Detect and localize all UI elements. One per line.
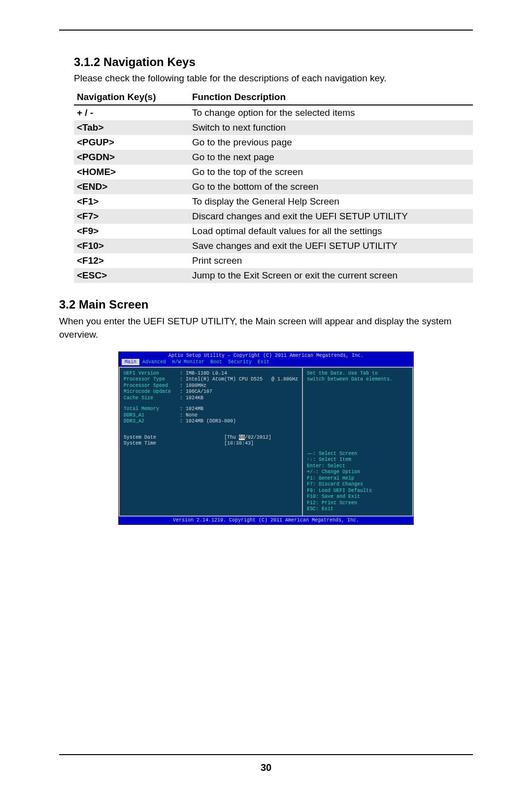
table-row: <PGDN>Go to the next page xyxy=(74,150,473,165)
table-row: <END>Go to the bottom of the screen xyxy=(74,179,473,194)
bios-menu-bar: MainAdvancedH/W MonitorBootSecurityExit xyxy=(119,359,413,367)
bios-help-key-line: F12: Print Screen xyxy=(307,500,408,507)
bios-menu-item: Exit xyxy=(255,359,272,365)
table-row: <F1>To display the General Help Screen xyxy=(74,194,473,209)
bios-menu-item: H/W Monitor xyxy=(169,359,207,365)
navkey-desc-cell: Go to the top of the screen xyxy=(189,165,473,179)
navkey-cell: <F7> xyxy=(74,209,189,224)
navkey-cell: <ESC> xyxy=(74,268,189,283)
bios-help-top: Set the Date. Use Tab toswitch between D… xyxy=(307,371,408,383)
navkey-desc-cell: Discard changes and exit the UEFI SETUP … xyxy=(189,209,473,224)
navkey-cell: + / - xyxy=(74,105,189,120)
bios-menu-item: Main xyxy=(122,359,139,365)
navkey-desc-cell: To display the General Help Screen xyxy=(189,194,473,209)
bios-menu-item: Security xyxy=(225,359,255,365)
bios-left-pane: UEFI Version : IMB-110D L0.14Processor T… xyxy=(120,368,303,516)
navkey-desc-cell: Jump to the Exit Screen or exit the curr… xyxy=(189,268,473,283)
bios-help-key-line: ESC: Exit xyxy=(307,506,408,513)
table-row: <F10>Save changes and exit the UEFI SETU… xyxy=(74,239,473,253)
bios-help-line: switch between Data elements. xyxy=(307,377,408,383)
bios-system-time-row: System Time [18:38:43] xyxy=(124,441,298,447)
bios-screenshot: Aptio Setup Utility – Copyright (C) 2011… xyxy=(118,351,414,525)
bios-help-key-line: F7: Discard Changes xyxy=(307,482,408,488)
navkey-desc-cell: Go to the next page xyxy=(189,150,473,165)
bios-version: Version 2.14.1219. Copyright (C) 2011 Am… xyxy=(119,517,413,525)
navkey-cell: <PGDN> xyxy=(74,150,189,165)
bios-info-row: DDR3_A1 : None xyxy=(124,413,298,419)
bios-help-key-line: F10: Save and Exit xyxy=(307,494,408,500)
navkey-cell: <F9> xyxy=(74,224,189,239)
navkey-desc-cell: Print screen xyxy=(189,253,473,268)
navkey-cell: <END> xyxy=(74,179,189,194)
table-row: + / -To change option for the selected i… xyxy=(74,105,473,120)
navkey-cell: <F12> xyxy=(74,253,189,268)
navkey-cell: <F10> xyxy=(74,239,189,253)
bios-title: Aptio Setup Utility – Copyright (C) 2011… xyxy=(119,352,413,360)
heading-3-1-2: 3.1.2 Navigation Keys xyxy=(74,55,473,69)
bios-help-key-line: ↑↓: Select Item xyxy=(307,457,408,463)
bios-right-pane: Set the Date. Use Tab toswitch between D… xyxy=(303,368,412,516)
bios-help-key-line: →←: Select Screen xyxy=(307,451,408,457)
bios-system-date-row: System Date [Thu 08/02/2012] xyxy=(124,435,298,441)
bios-help-key-line: F9: Load UEFI Defaults xyxy=(307,488,408,494)
navkeys-header-desc: Function Description xyxy=(189,90,473,105)
table-row: <PGUP>Go to the previous page xyxy=(74,135,473,150)
document-body: 3.1.2 Navigation Keys Please check the f… xyxy=(59,31,473,535)
heading-3-2: 3.2 Main Screen xyxy=(59,298,473,312)
navkey-cell: <HOME> xyxy=(74,165,189,179)
table-row: <F9>Load optimal default values for all … xyxy=(74,224,473,239)
navigation-keys-table: Navigation Key(s) Function Description +… xyxy=(74,90,473,283)
bios-info-row: Total Memory : 1024MB xyxy=(124,406,298,413)
navkey-cell: <F1> xyxy=(74,194,189,209)
intro-3-1-2: Please check the following table for the… xyxy=(74,72,473,85)
table-row: <HOME>Go to the top of the screen xyxy=(74,165,473,179)
navkey-cell: <Tab> xyxy=(74,120,189,135)
intro-3-2: When you enter the UEFI SETUP UTILITY, t… xyxy=(59,314,473,342)
bios-info-row: Processor Speed : 1800MHz xyxy=(124,383,298,389)
navkey-desc-cell: Switch to next function xyxy=(189,120,473,135)
navkey-desc-cell: Go to the bottom of the screen xyxy=(189,179,473,194)
bios-info-row: Cache Size : 1024KB xyxy=(124,395,298,402)
bios-help-keys: →←: Select Screen↑↓: Select ItemEnter: S… xyxy=(307,451,408,513)
navkey-desc-cell: Go to the previous page xyxy=(189,135,473,150)
bios-menu-item: Advanced xyxy=(139,359,169,365)
bios-help-key-line: Enter: Select xyxy=(307,463,408,470)
navkey-desc-cell: Load optimal default values for all the … xyxy=(189,224,473,239)
navkey-desc-cell: To change option for the selected items xyxy=(189,105,473,120)
table-row: <F12>Print screen xyxy=(74,253,473,268)
table-row: <F7>Discard changes and exit the UEFI SE… xyxy=(74,209,473,224)
bios-help-key-line: F1: General Help xyxy=(307,476,408,482)
bios-info-row: Microcode Update : 106CA/107 xyxy=(124,389,298,395)
bottom-rule xyxy=(59,754,473,755)
bios-info-row: Processor Type : Intel(R) Atom(TM) CPU D… xyxy=(124,377,298,383)
navkeys-header-key: Navigation Key(s) xyxy=(74,90,189,105)
navkey-cell: <PGUP> xyxy=(74,135,189,150)
bios-info-row: UEFI Version : IMB-110D L0.14 xyxy=(124,371,298,377)
table-row: <Tab>Switch to next function xyxy=(74,120,473,135)
bios-info-row: DDR3_A2 : 1024MB (DDR3-800) xyxy=(124,418,298,425)
page-number: 30 xyxy=(59,762,473,773)
bios-menu-item: Boot xyxy=(207,359,225,365)
bios-help-line: Set the Date. Use Tab to xyxy=(307,371,408,377)
navkey-desc-cell: Save changes and exit the UEFI SETUP UTI… xyxy=(189,239,473,253)
bios-help-key-line: +/-: Change Option xyxy=(307,469,408,476)
table-row: <ESC>Jump to the Exit Screen or exit the… xyxy=(74,268,473,283)
